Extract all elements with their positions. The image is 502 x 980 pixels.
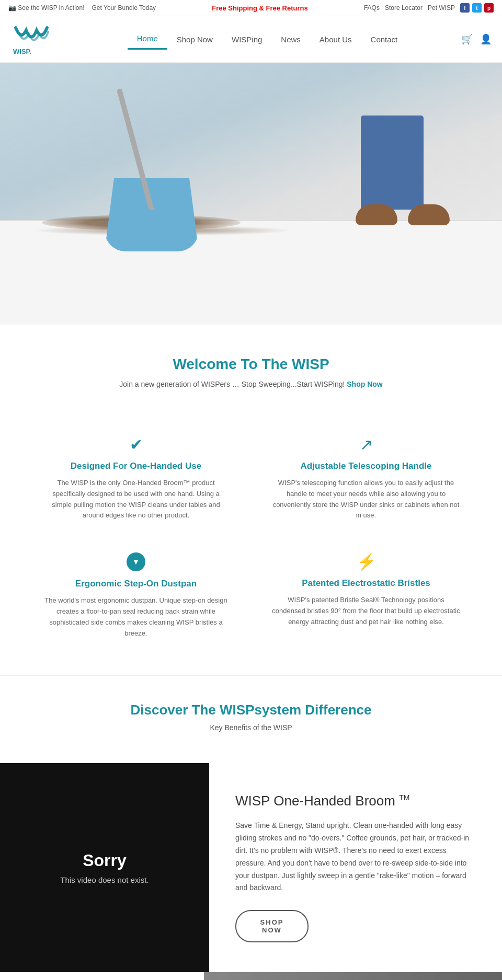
product-section: Sorry This video does not exist. WISP On… xyxy=(0,763,502,972)
welcome-shop-link[interactable]: Shop Now xyxy=(347,380,382,388)
feature-desc-dustpan: The world's most ergonomic dustpan. Uniq… xyxy=(42,595,230,639)
discover-subtitle: Key Benefits of the WISP xyxy=(21,723,481,732)
nav-contact[interactable]: Contact xyxy=(361,30,407,49)
facebook-icon[interactable]: f xyxy=(460,3,470,13)
hero-section xyxy=(0,63,502,325)
feature-title-telescoping: Adjustable Telescoping Handle xyxy=(272,461,460,471)
welcome-section: Welcome To The WISP Join a new generatio… xyxy=(0,325,502,409)
welcome-title: Welcome To The WISP xyxy=(21,356,481,373)
top-bar: 📷 See the WISP in Action! Get Your Bundl… xyxy=(0,0,502,16)
cart-icon[interactable]: 🛒 xyxy=(461,33,473,45)
nav-wisping[interactable]: WISPing xyxy=(222,30,271,49)
feature-one-handed: ✔ Designed For One-Handed Use The WISP i… xyxy=(21,420,251,537)
faqs-link[interactable]: FAQs xyxy=(364,4,380,11)
top-bar-left: 📷 See the WISP in Action! Get Your Bundl… xyxy=(8,4,156,11)
feature-title-bristles: Patented Electrostatic Bristles xyxy=(272,578,460,589)
features-grid: ✔ Designed For One-Handed Use The WISP i… xyxy=(0,409,502,675)
hero-floor xyxy=(0,220,502,325)
svg-text:WISP.: WISP. xyxy=(13,48,31,55)
see-wisp-link[interactable]: 📷 See the WISP in Action! xyxy=(8,4,85,11)
shoe-right xyxy=(408,204,450,225)
checkmark-icon: ✔ xyxy=(42,435,230,454)
free-shipping-banner: Free Shipping & Free Returns xyxy=(212,4,307,12)
video-placeholder: Sorry This video does not exist. xyxy=(0,763,209,972)
trademark-symbol: TM xyxy=(399,794,409,802)
nav-about[interactable]: About Us xyxy=(310,30,361,49)
feature-title-one-handed: Designed For One-Handed Use xyxy=(42,461,230,471)
jeans xyxy=(361,116,424,210)
feature-dustpan: ▼ Ergonomic Step-On Dustpan The world's … xyxy=(21,537,251,654)
feature-desc-one-handed: The WISP is the only One-Handed Broom™ p… xyxy=(42,478,230,521)
nav-icons: 🛒 👤 xyxy=(461,33,492,45)
bundle-link[interactable]: Get Your Bundle Today xyxy=(92,4,156,11)
wisp-logo: WISP. xyxy=(10,22,52,56)
video-sorry-subtitle: This video does not exist. xyxy=(60,875,149,884)
social-links: f t p xyxy=(460,3,494,13)
shoe-left xyxy=(356,204,397,225)
top-bar-right: FAQs Store Locator Pet WISP f t p xyxy=(364,3,494,13)
arrow-icon: ↗ xyxy=(272,435,460,454)
pet-image xyxy=(204,972,502,980)
feature-title-dustpan: Ergonomic Step-On Dustpan xyxy=(42,579,230,589)
nav-links: Home Shop Now WISPing News About Us Cont… xyxy=(73,29,461,50)
pinterest-icon[interactable]: p xyxy=(484,3,494,13)
product-description: Save Time & Energy, Stand upright. Clean… xyxy=(235,820,476,894)
pet-section: Pet Hair Electrostatic Bristles Grab Pet… xyxy=(0,972,502,980)
navbar: WISP. Home Shop Now WISPing News About U… xyxy=(0,16,502,63)
product-title: WISP One-Handed Broom TM xyxy=(235,793,476,809)
discover-title: Discover The WISPsystem Difference xyxy=(21,702,481,718)
store-locator-link[interactable]: Store Locator xyxy=(385,4,423,11)
dustpan-icon: ▼ xyxy=(127,552,145,571)
logo-area[interactable]: WISP. xyxy=(10,22,52,56)
nav-home[interactable]: Home xyxy=(128,29,167,50)
nav-shop-now[interactable]: Shop Now xyxy=(167,30,222,49)
product-info: WISP One-Handed Broom TM Save Time & Ene… xyxy=(209,763,502,972)
nav-news[interactable]: News xyxy=(271,30,310,49)
feature-telescoping: ↗ Adjustable Telescoping Handle WISP's t… xyxy=(251,420,481,537)
welcome-subtitle: Join a new generation of WISPers … Stop … xyxy=(21,380,481,388)
broom-head xyxy=(124,210,182,225)
account-icon[interactable]: 👤 xyxy=(480,33,492,45)
hero-scene xyxy=(0,63,502,325)
pet-text: Pet Hair Electrostatic Bristles Grab Pet… xyxy=(0,972,204,980)
lightning-icon: ⚡ xyxy=(272,552,460,571)
feature-desc-bristles: WISP's patented Bristle Seal® Technology… xyxy=(272,595,460,627)
pet-wisp-link[interactable]: Pet WISP xyxy=(428,4,455,11)
shop-now-button[interactable]: SHOP NOW xyxy=(235,910,309,942)
feature-bristles: ⚡ Patented Electrostatic Bristles WISP's… xyxy=(251,537,481,654)
discover-section: Discover The WISPsystem Difference Key B… xyxy=(0,676,502,763)
feature-desc-telescoping: WISP's telescoping function allows you t… xyxy=(272,478,460,521)
video-sorry-title: Sorry xyxy=(83,851,127,870)
twitter-icon[interactable]: t xyxy=(472,3,482,13)
